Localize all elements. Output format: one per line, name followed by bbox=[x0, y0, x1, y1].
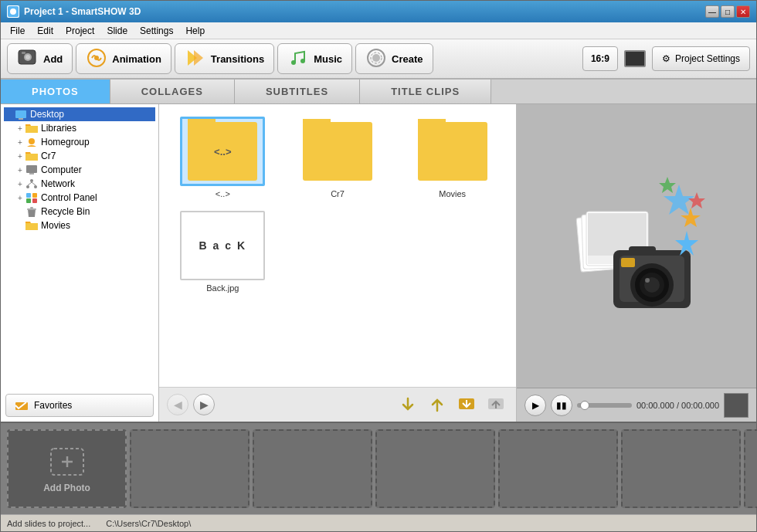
tree-item-network[interactable]: + Network bbox=[15, 177, 155, 191]
menu-project[interactable]: Project bbox=[59, 24, 100, 38]
file-name-movies: Movies bbox=[439, 189, 466, 198]
file-item-cr7[interactable]: Cr7 bbox=[287, 117, 389, 198]
svg-rect-26 bbox=[32, 193, 37, 198]
timeline-slot-5[interactable] bbox=[621, 429, 741, 508]
favorites-icon bbox=[14, 399, 29, 412]
svg-rect-5 bbox=[22, 52, 25, 54]
svg-rect-16 bbox=[19, 118, 23, 120]
nav-back-button[interactable]: ◀ bbox=[167, 394, 188, 415]
main-window: Project 1 - SmartSHOW 3D — □ ✕ File Edit… bbox=[0, 0, 757, 532]
nav-forward-button[interactable]: ▶ bbox=[193, 394, 215, 415]
tree-item-recycle-bin[interactable]: Recycle Bin bbox=[15, 205, 155, 219]
transitions-icon bbox=[185, 47, 206, 71]
network-icon bbox=[25, 178, 38, 189]
tree-item-homegroup[interactable]: + Homegroup bbox=[15, 135, 155, 149]
favorites-button[interactable]: Favorites bbox=[5, 394, 154, 417]
minimize-button[interactable]: — bbox=[705, 5, 719, 18]
recycle-bin-icon bbox=[25, 206, 38, 217]
menu-slide[interactable]: Slide bbox=[100, 24, 134, 38]
titlebar: Project 1 - SmartSHOW 3D — □ ✕ bbox=[1, 1, 756, 22]
tree-item-desktop-label: Desktop bbox=[30, 109, 64, 120]
add-photo-slot[interactable]: Add Photo bbox=[7, 429, 127, 508]
expander-icon: + bbox=[15, 180, 25, 188]
timeline: Add Photo bbox=[1, 422, 756, 514]
animation-icon bbox=[86, 47, 107, 71]
file-grid: <..> <..> Cr7 bbox=[159, 104, 516, 387]
animation-button[interactable]: Animation bbox=[76, 43, 171, 74]
tab-photos[interactable]: PHOTOS bbox=[1, 80, 110, 103]
file-grid-area: <..> <..> Cr7 bbox=[159, 104, 517, 422]
aspect-ratio-button[interactable]: 16:9 bbox=[582, 46, 618, 71]
timeline-slot-2[interactable] bbox=[253, 429, 372, 508]
window-title: Project 1 - SmartSHOW 3D bbox=[24, 6, 701, 17]
svg-point-22 bbox=[34, 185, 37, 188]
folder-icon bbox=[25, 220, 38, 231]
file-item-movies[interactable]: Movies bbox=[401, 117, 504, 198]
back-jpg-preview: B a c K bbox=[199, 239, 246, 252]
tree-item-homegroup-label: Homegroup bbox=[41, 137, 90, 147]
upload-icon bbox=[485, 394, 507, 415]
timeline-slot-1[interactable] bbox=[130, 429, 250, 508]
file-item-back-jpg[interactable]: B a c K Back.jpg bbox=[171, 211, 274, 293]
file-item-dotdot[interactable]: <..> <..> bbox=[171, 117, 274, 198]
app-icon bbox=[7, 5, 19, 18]
timeline-slot-4[interactable] bbox=[498, 429, 618, 508]
tree-item-desktop[interactable]: Desktop bbox=[4, 107, 155, 121]
move-up-button[interactable] bbox=[425, 392, 450, 417]
preview-area bbox=[517, 104, 756, 388]
tree-item-cr7[interactable]: + Cr7 bbox=[15, 149, 155, 163]
move-down-button[interactable] bbox=[395, 392, 420, 417]
project-settings-button[interactable]: ⚙ Project Settings bbox=[652, 46, 750, 71]
file-thumb-movies bbox=[410, 117, 495, 186]
progress-bar[interactable] bbox=[577, 403, 632, 408]
time-total: 00:00.000 bbox=[681, 401, 719, 410]
add-label: Add bbox=[43, 53, 63, 65]
add-button[interactable]: Add bbox=[7, 43, 73, 74]
progress-knob[interactable] bbox=[580, 401, 589, 410]
transitions-button[interactable]: Transitions bbox=[175, 43, 274, 74]
tree-item-control-panel[interactable]: + Control Panel bbox=[15, 191, 155, 205]
music-button[interactable]: Music bbox=[277, 43, 352, 74]
tab-title-clips[interactable]: TITLE CLIPS bbox=[360, 80, 491, 103]
file-thumb-back-jpg: B a c K bbox=[180, 211, 265, 280]
grid-toolbar: ◀ ▶ bbox=[159, 387, 516, 422]
tab-subtitles[interactable]: SUBTITLES bbox=[235, 80, 360, 103]
menu-settings[interactable]: Settings bbox=[134, 24, 179, 38]
tab-collages[interactable]: COLLAGES bbox=[110, 80, 235, 103]
arrow-down-icon bbox=[399, 395, 417, 414]
tree-item-libraries[interactable]: + Libraries bbox=[15, 121, 155, 135]
menu-edit[interactable]: Edit bbox=[31, 24, 59, 38]
music-icon bbox=[287, 47, 309, 71]
arrow-up-icon bbox=[428, 395, 446, 414]
svg-line-24 bbox=[32, 182, 36, 185]
svg-rect-28 bbox=[32, 198, 37, 203]
timeline-slot-6[interactable] bbox=[744, 429, 757, 508]
timeline-slot-3[interactable] bbox=[375, 429, 495, 508]
file-name-cr7: Cr7 bbox=[331, 189, 345, 198]
svg-rect-25 bbox=[26, 193, 31, 198]
main-content: Desktop + Libraries + Homegroup + bbox=[1, 104, 756, 422]
play-button[interactable]: ▶ bbox=[524, 395, 546, 416]
upload-button[interactable] bbox=[484, 392, 508, 417]
tree-item-control-panel-label: Control Panel bbox=[41, 192, 97, 203]
file-thumb-cr7 bbox=[295, 117, 380, 186]
file-thumb-dotdot: <..> bbox=[180, 117, 265, 186]
download-button[interactable] bbox=[454, 392, 479, 417]
close-button[interactable]: ✕ bbox=[736, 5, 750, 18]
tree-item-movies[interactable]: Movies bbox=[15, 219, 155, 232]
window-controls: — □ ✕ bbox=[705, 5, 750, 18]
maximize-button[interactable]: □ bbox=[721, 5, 735, 18]
menu-help[interactable]: Help bbox=[179, 24, 211, 38]
preview-controls: ▶ ▮▮ 00:00.000 / 00:00.000 bbox=[517, 388, 756, 422]
svg-rect-29 bbox=[27, 208, 36, 210]
menu-file[interactable]: File bbox=[4, 24, 31, 38]
create-button[interactable]: Create bbox=[355, 43, 433, 74]
tree-item-computer[interactable]: + Computer bbox=[15, 163, 155, 177]
stop-button[interactable]: ▮▮ bbox=[551, 395, 572, 416]
file-name-dotdot: <..> bbox=[216, 189, 230, 198]
tree-item-cr7-label: Cr7 bbox=[41, 151, 56, 161]
svg-rect-30 bbox=[30, 207, 33, 208]
svg-rect-52 bbox=[629, 246, 656, 256]
svg-rect-27 bbox=[26, 198, 31, 203]
svg-point-17 bbox=[29, 138, 35, 144]
